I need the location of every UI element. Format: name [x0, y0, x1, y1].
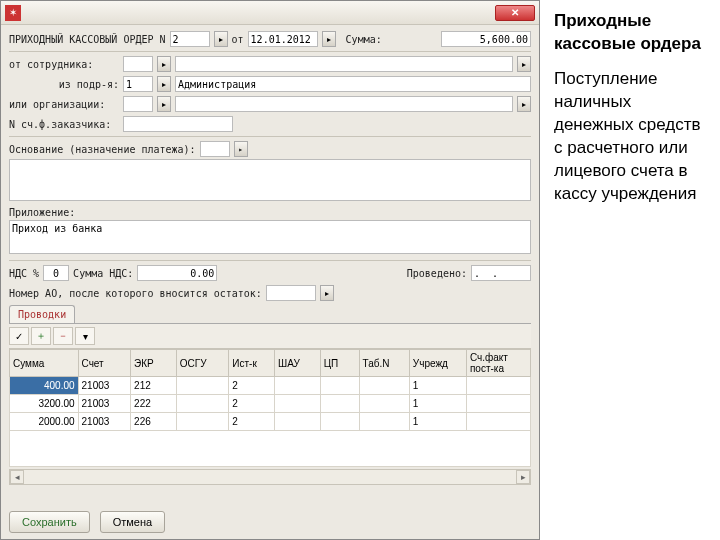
side-body: Поступление наличных денежных средств с … [554, 68, 710, 206]
grid-cell[interactable]: 21003 [78, 395, 131, 413]
grid-cell[interactable] [320, 413, 359, 431]
date-label: от [232, 34, 244, 45]
save-button[interactable]: Сохранить [9, 511, 90, 533]
grid-cell[interactable]: 222 [131, 395, 177, 413]
posted-date[interactable] [471, 265, 531, 281]
toolbar-confirm-icon[interactable]: ✓ [9, 327, 29, 345]
doc-number-picker[interactable]: ▸ [214, 31, 228, 47]
grid-cell[interactable]: 2 [229, 377, 275, 395]
grid-header[interactable]: Сумма [10, 350, 79, 377]
vat-sum[interactable] [137, 265, 217, 281]
grid-header[interactable]: ЦП [320, 350, 359, 377]
table-row[interactable]: 2000.002100322621 [10, 413, 531, 431]
grid-cell[interactable] [275, 413, 321, 431]
grid-cell[interactable] [275, 377, 321, 395]
footer: Сохранить Отмена [9, 511, 165, 533]
grid-header[interactable]: ОСГУ [176, 350, 229, 377]
form-content: ПРИХОДНЫЙ КАССОВЫЙ ОРДЕР N ▸ от ▸ Сумма:… [1, 25, 539, 539]
employee-code[interactable] [123, 56, 153, 72]
employee-picker-2[interactable]: ▸ [517, 56, 531, 72]
separator [9, 136, 531, 137]
grid-cell[interactable] [359, 377, 409, 395]
grid-cell[interactable]: 2 [229, 395, 275, 413]
grid-cell[interactable]: 226 [131, 413, 177, 431]
grid-cell[interactable]: 2 [229, 413, 275, 431]
grid-cell[interactable]: 2000.00 [10, 413, 79, 431]
dept-picker[interactable]: ▸ [157, 76, 171, 92]
vat-sum-label: Сумма НДС: [73, 268, 133, 279]
entries-grid[interactable]: СуммаСчетЭКРОСГУИст-кШАУЦПТаб.NУчреждСч.… [9, 349, 531, 431]
vat-pct[interactable] [43, 265, 69, 281]
grid-cell[interactable] [176, 377, 229, 395]
sum-input[interactable] [441, 31, 531, 47]
invoice-input[interactable] [123, 116, 233, 132]
scroll-right-icon[interactable]: ▸ [516, 470, 530, 484]
grid-cell[interactable] [466, 395, 530, 413]
grid-cell[interactable]: 3200.00 [10, 395, 79, 413]
tab-row: Проводки [9, 305, 531, 324]
tab-provodki[interactable]: Проводки [9, 305, 75, 323]
grid-cell[interactable]: 21003 [78, 377, 131, 395]
grid-header[interactable]: Таб.N [359, 350, 409, 377]
grid-hscroll[interactable]: ◂ ▸ [9, 469, 531, 485]
app-icon: ✶ [5, 5, 21, 21]
basis-code[interactable] [200, 141, 230, 157]
grid-cell[interactable] [359, 413, 409, 431]
close-button[interactable]: ✕ [495, 5, 535, 21]
org-picker[interactable]: ▸ [157, 96, 171, 112]
separator [9, 51, 531, 52]
grid-cell[interactable] [359, 395, 409, 413]
posted-label: Проведено: [407, 268, 467, 279]
attachment-label: Приложение: [9, 207, 75, 218]
grid-header[interactable]: Счет [78, 350, 131, 377]
org-name[interactable] [175, 96, 513, 112]
grid-cell[interactable] [320, 377, 359, 395]
dept-label: из подр-я: [9, 79, 119, 90]
side-title: Приходные кассовые ордера [554, 10, 710, 56]
org-picker-2[interactable]: ▸ [517, 96, 531, 112]
grid-cell[interactable] [320, 395, 359, 413]
grid-header[interactable]: Учрежд [409, 350, 466, 377]
doc-number-input[interactable] [170, 31, 210, 47]
grid-header[interactable]: ЭКР [131, 350, 177, 377]
titlebar: ✶ ✕ [1, 1, 539, 25]
grid-cell[interactable]: 212 [131, 377, 177, 395]
dept-name[interactable] [175, 76, 531, 92]
vat-pct-label: НДС % [9, 268, 39, 279]
toolbar-add-icon[interactable]: ＋ [31, 327, 51, 345]
grid-header[interactable]: Сч.факт пост-ка [466, 350, 530, 377]
attachment-text[interactable] [9, 220, 531, 254]
grid-header[interactable]: ШАУ [275, 350, 321, 377]
grid-cell[interactable]: 1 [409, 413, 466, 431]
toolbar-dropdown-icon[interactable]: ▾ [75, 327, 95, 345]
date-input[interactable] [248, 31, 318, 47]
grid-header[interactable]: Ист-к [229, 350, 275, 377]
basis-text[interactable] [9, 159, 531, 201]
basis-label-row: Основание (назначение платежа): ▸ [9, 141, 531, 157]
dept-code[interactable] [123, 76, 153, 92]
grid-cell[interactable] [466, 413, 530, 431]
grid-cell[interactable] [275, 395, 321, 413]
employee-picker[interactable]: ▸ [157, 56, 171, 72]
grid-cell[interactable]: 400.00 [10, 377, 79, 395]
grid-cell[interactable] [466, 377, 530, 395]
grid-cell[interactable] [176, 395, 229, 413]
toolbar-remove-icon[interactable]: － [53, 327, 73, 345]
table-row[interactable]: 400.002100321221 [10, 377, 531, 395]
ao-input[interactable] [266, 285, 316, 301]
doc-type-label: ПРИХОДНЫЙ КАССОВЫЙ ОРДЕР N [9, 34, 166, 45]
cancel-button[interactable]: Отмена [100, 511, 165, 533]
date-picker[interactable]: ▸ [322, 31, 336, 47]
ao-picker[interactable]: ▸ [320, 285, 334, 301]
grid-cell[interactable]: 1 [409, 395, 466, 413]
basis-picker[interactable]: ▸ [234, 141, 248, 157]
grid-cell[interactable]: 21003 [78, 413, 131, 431]
scroll-left-icon[interactable]: ◂ [10, 470, 24, 484]
employee-name[interactable] [175, 56, 513, 72]
side-annotation: Приходные кассовые ордера Поступление на… [540, 0, 720, 540]
grid-empty-area [9, 431, 531, 467]
org-code[interactable] [123, 96, 153, 112]
grid-cell[interactable] [176, 413, 229, 431]
table-row[interactable]: 3200.002100322221 [10, 395, 531, 413]
grid-cell[interactable]: 1 [409, 377, 466, 395]
